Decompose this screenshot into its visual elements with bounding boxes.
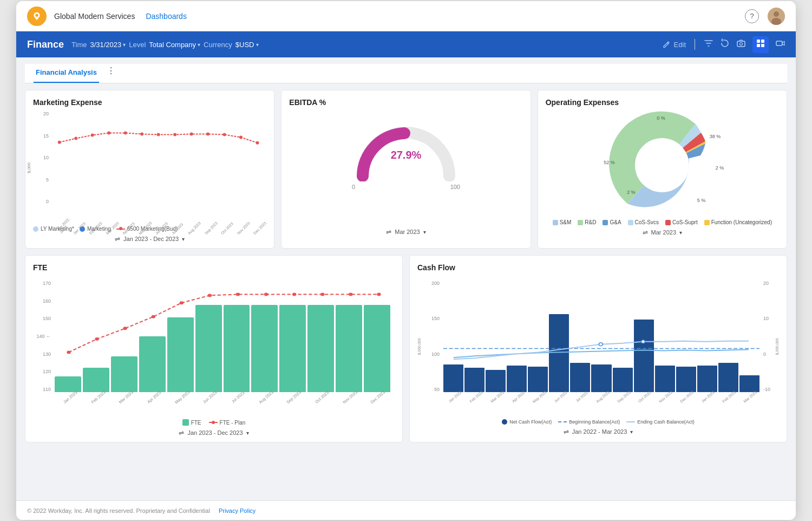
cf-lines — [443, 281, 759, 392]
top-nav: Global Modern Services Dashboards ? — [16, 1, 796, 31]
mkt-y-15: 15 — [43, 133, 49, 139]
svg-point-39 — [641, 340, 645, 343]
svg-point-23 — [256, 141, 259, 145]
cf-legend-ending: Ending Cash Balance(Act) — [626, 419, 695, 425]
finance-bar-actions: Edit — [663, 36, 785, 53]
filter-icon[interactable] — [704, 38, 713, 51]
privacy-policy-link[interactable]: Privacy Policy — [219, 507, 256, 514]
svg-point-38 — [599, 343, 603, 346]
cf-y-left: 200 150 100 50 — [417, 281, 441, 392]
mkt-y-10: 10 — [43, 155, 49, 160]
refresh-icon[interactable] — [720, 38, 730, 51]
svg-rect-6 — [757, 40, 760, 43]
svg-point-21 — [223, 133, 226, 136]
cf-y-left-unit: $,000,000 — [417, 338, 421, 355]
edit-icon[interactable]: Edit — [663, 41, 686, 49]
svg-point-31 — [236, 293, 240, 296]
cf-legend-net: Net Cash Flow(Act) — [502, 419, 552, 425]
mkt-y-5: 5 — [46, 177, 49, 183]
user-avatar[interactable] — [768, 8, 785, 25]
opex-pct-52: 52 % — [604, 160, 615, 165]
ebitda-footer[interactable]: ⇌ Mar 2023 ▾ — [289, 228, 522, 236]
svg-point-30 — [208, 294, 212, 297]
mkt-x-labels: Jan 2022,Jan 2 Jan 2023 Feb 2023 Mar 202… — [51, 205, 264, 225]
help-icon[interactable]: ? — [745, 9, 759, 23]
ebitda-max: 100 — [450, 184, 460, 190]
legend-budget-line — [116, 229, 125, 230]
svg-point-11 — [58, 141, 61, 144]
opex-pct-2-bottom: 2 % — [627, 190, 636, 195]
cf-legend: Net Cash Flow(Act) Beginning Balance(Act… — [417, 419, 779, 425]
mkt-y-unit: $,000 — [27, 162, 31, 173]
footer-copyright: © 2022 Workday, Inc. All rights reserved… — [27, 507, 210, 514]
tab-more-icon[interactable]: ⋮ — [107, 66, 115, 81]
ebitda-footer-arrow-icon: ⇌ — [386, 228, 391, 236]
opex-rd-color — [578, 220, 583, 225]
tab-financial-analysis[interactable]: Financial Analysis — [34, 64, 99, 83]
svg-rect-10 — [776, 41, 782, 45]
opex-card: Operating Expenses — [538, 90, 787, 249]
opex-footer[interactable]: ⇌ Mar 2023 ▾ — [546, 229, 779, 236]
mkt-footer[interactable]: ⇌ Jan 2023 - Dec 2023 ▾ — [33, 235, 266, 243]
svg-rect-4 — [737, 41, 745, 47]
mkt-trend-line — [51, 111, 264, 204]
svg-point-16 — [140, 132, 143, 135]
time-filter[interactable]: 3/31/2023 ▾ — [90, 41, 126, 49]
cf-net-dot — [502, 419, 507, 425]
cf-legend-beginning: Beginning Balance(Act) — [558, 419, 620, 425]
ebitda-scale: 0 100 — [352, 184, 460, 190]
currency-filter[interactable]: $USD ▾ — [235, 41, 259, 49]
grid-icon[interactable] — [752, 36, 769, 53]
video-icon[interactable] — [775, 38, 785, 51]
svg-point-33 — [292, 293, 296, 296]
svg-point-26 — [95, 337, 99, 341]
mkt-footer-arrow-icon: ⇌ — [115, 235, 120, 243]
opex-legend-ga: G&A — [603, 219, 621, 225]
fte-card: FTE 170 160 150 140 ← 130 120 110 — [25, 255, 403, 442]
svg-point-2 — [774, 11, 779, 17]
opex-legend-function: Function (Uncategorized) — [704, 219, 772, 225]
currency-label: Currency — [204, 41, 232, 49]
level-filter[interactable]: Total Company ▾ — [149, 41, 200, 49]
svg-point-35 — [349, 293, 352, 296]
opex-function-color — [704, 220, 710, 225]
ebitda-value: 27.9% — [391, 148, 422, 161]
ebitda-title: EBITDA % — [289, 98, 522, 107]
level-label: Level — [129, 41, 146, 49]
ebitda-footer-chevron-icon: ▾ — [423, 229, 426, 235]
svg-point-13 — [91, 133, 94, 136]
finance-bar: Finance Time 3/31/2023 ▾ Level Total Com… — [16, 31, 796, 57]
svg-point-17 — [157, 133, 160, 136]
fte-legend: FTE FTE - Plan — [33, 419, 395, 426]
separator-1 — [695, 39, 695, 50]
mkt-footer-chevron-icon: ▾ — [182, 236, 185, 242]
workday-logo — [27, 6, 47, 26]
fte-x-labels: Jan 2023 Feb 2023 Mar 2023 Apr 2023 May … — [55, 393, 390, 417]
marketing-chart-title: Marketing Expense — [33, 98, 266, 107]
cf-x-labels: Jan 2022 Feb 2022 Mar 2022 Apr 2022 May … — [443, 393, 759, 417]
top-charts-row: Marketing Expense 20 15 10 5 0 $,000 — [25, 90, 787, 249]
dashboards-link[interactable]: Dashboards — [146, 12, 187, 21]
fte-footer-chevron-icon: ▾ — [246, 430, 249, 436]
mkt-y-20: 20 — [43, 111, 49, 116]
cashflow-card: Cash Flow 200 150 100 50 $,000,000 20 10 — [409, 255, 787, 442]
svg-point-15 — [124, 131, 127, 134]
opex-legend-cossvcs: CoS-Svcs — [628, 219, 659, 225]
fte-title: FTE — [33, 263, 395, 272]
camera-icon[interactable] — [736, 38, 746, 51]
svg-point-24 — [635, 138, 689, 192]
svg-point-22 — [239, 136, 243, 139]
svg-point-29 — [180, 301, 184, 304]
svg-point-0 — [35, 14, 38, 17]
cf-ending-line — [626, 421, 635, 422]
app-footer: © 2022 Workday, Inc. All rights reserved… — [16, 500, 796, 520]
fte-footer[interactable]: ⇌ Jan 2023 - Dec 2023 ▾ — [33, 429, 395, 437]
svg-point-12 — [74, 137, 77, 140]
cf-footer[interactable]: ⇌ Jan 2022 - Mar 2023 ▾ — [417, 428, 779, 435]
svg-point-18 — [173, 133, 176, 136]
currency-chevron-icon: ▾ — [256, 42, 259, 48]
svg-rect-9 — [761, 44, 764, 47]
mkt-y-0: 0 — [46, 199, 49, 204]
opex-legend-rd: R&D — [578, 219, 596, 225]
opex-legend-sm: S&M — [553, 219, 572, 225]
